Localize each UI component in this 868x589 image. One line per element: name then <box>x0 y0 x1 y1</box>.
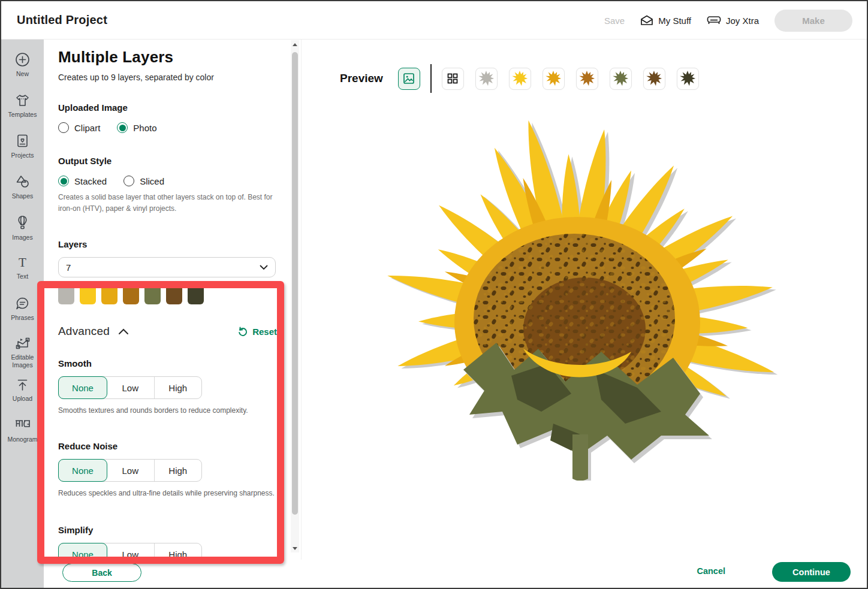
output-style-label: Output Style <box>58 156 277 166</box>
radio-stacked[interactable]: Stacked <box>58 176 107 186</box>
uploaded-image-label: Uploaded Image <box>58 102 277 113</box>
continue-button[interactable]: Continue <box>772 562 851 582</box>
top-bar: Untitled Project Save My Stuff Joy Xtra … <box>1 1 867 40</box>
sidebar-item-shapes[interactable]: Shapes <box>1 170 44 211</box>
monogram-icon <box>14 418 32 433</box>
layer-5-splat-icon <box>612 70 629 87</box>
chevron-up-icon[interactable] <box>118 328 129 335</box>
layers-label: Layers <box>58 239 277 249</box>
preview-image-sunflower <box>373 112 787 481</box>
sidebar-item-upload[interactable]: Upload <box>1 374 44 415</box>
tshirt-icon <box>14 92 31 108</box>
layer-thumbnail-6[interactable] <box>643 68 665 90</box>
layer-thumbnail-2[interactable] <box>509 68 531 90</box>
scrollbar-thumb[interactable] <box>292 52 298 515</box>
machine-label: Joy Xtra <box>726 16 759 26</box>
smooth-none-button[interactable]: None <box>58 376 107 399</box>
footer-bar: Back Cancel Continue <box>44 560 868 589</box>
layer-thumbnail-7[interactable] <box>677 68 699 90</box>
scrollbar-down-arrow[interactable] <box>291 544 299 552</box>
grid-icon <box>447 73 459 84</box>
layer-2-splat-icon <box>511 70 528 87</box>
sidebar-item-text[interactable]: T Text <box>1 252 44 292</box>
layer-thumbnail-4[interactable] <box>576 68 598 90</box>
upload-arrow-icon <box>15 377 30 392</box>
sidebar-item-monogram[interactable]: Monogram <box>1 415 44 455</box>
layer-swatch-7[interactable] <box>188 284 204 304</box>
sidebar-item-editable-images[interactable]: Editable Images <box>1 333 44 374</box>
options-panel: Multiple Layers Creates up to 9 layers, … <box>44 40 301 560</box>
layer-thumbnail-5[interactable] <box>610 68 632 90</box>
shapes-icon <box>14 174 31 190</box>
layer-swatch-1[interactable] <box>58 284 74 304</box>
chevron-down-icon <box>260 265 268 270</box>
scrollbar-up-arrow[interactable] <box>291 40 299 49</box>
reduce-noise-high-button[interactable]: High <box>155 460 201 481</box>
layer-3-splat-icon <box>545 70 562 87</box>
machine-icon <box>707 16 721 25</box>
project-card-icon <box>15 133 30 149</box>
layer-7-splat-icon <box>679 70 696 87</box>
reduce-noise-description: Reduces speckles and ultra-fine details … <box>58 489 277 497</box>
sidebar-item-new[interactable]: New <box>1 48 44 89</box>
image-icon <box>403 73 415 84</box>
layer-4-splat-icon <box>578 70 595 87</box>
layer-6-splat-icon <box>646 70 662 87</box>
preview-label: Preview <box>340 72 383 85</box>
inbox-icon <box>640 15 653 26</box>
my-stuff-label: My Stuff <box>658 16 691 26</box>
save-button[interactable]: Save <box>604 16 625 26</box>
reduce-noise-low-button[interactable]: Low <box>107 460 154 481</box>
phrases-bubble-icon <box>14 296 31 312</box>
layers-count-select[interactable]: 7 <box>58 257 276 277</box>
sidebar-item-images[interactable]: Images <box>1 211 44 252</box>
radio-photo-circle[interactable] <box>117 122 128 133</box>
smooth-high-button[interactable]: High <box>155 377 201 398</box>
preview-area: Preview <box>301 40 868 560</box>
preview-all-layers-button[interactable] <box>442 68 464 90</box>
sidebar-nav: New Templates Projects Shapes <box>1 40 44 589</box>
panel-scrollbar[interactable] <box>291 40 299 552</box>
sidebar-item-phrases[interactable]: Phrases <box>1 292 44 333</box>
app-window: Untitled Project Save My Stuff Joy Xtra … <box>0 0 868 589</box>
back-button[interactable]: Back <box>62 563 141 582</box>
radio-stacked-circle[interactable] <box>58 176 69 186</box>
layer-swatch-3[interactable] <box>101 284 117 304</box>
layers-count-value: 7 <box>66 262 71 273</box>
sidebar-item-templates[interactable]: Templates <box>1 89 44 129</box>
machine-selector-button[interactable]: Joy Xtra <box>707 16 759 26</box>
smooth-description: Smooths textures and rounds borders to r… <box>58 406 277 415</box>
layer-1-splat-icon <box>478 70 495 87</box>
reset-button[interactable]: Reset <box>237 326 277 337</box>
output-style-description: Creates a solid base layer that other la… <box>58 192 277 214</box>
layer-thumbnail-1[interactable] <box>475 68 498 90</box>
radio-clipart-circle[interactable] <box>58 122 69 133</box>
layer-swatch-6[interactable] <box>166 284 182 304</box>
advanced-section-label: Advanced <box>58 325 110 338</box>
radio-sliced-circle[interactable] <box>123 176 134 186</box>
cancel-button[interactable]: Cancel <box>697 566 725 576</box>
layer-thumbnail-3[interactable] <box>542 68 565 90</box>
radio-sliced[interactable]: Sliced <box>123 176 164 186</box>
project-title: Untitled Project <box>17 13 107 27</box>
smooth-label: Smooth <box>58 358 277 368</box>
panel-subtitle: Creates up to 9 layers, separated by col… <box>58 73 277 82</box>
svg-text:T: T <box>19 255 26 270</box>
make-button[interactable]: Make <box>774 10 852 32</box>
reduce-noise-none-button[interactable]: None <box>58 459 107 482</box>
layer-swatch-5[interactable] <box>144 284 161 304</box>
smooth-low-button[interactable]: Low <box>107 377 154 398</box>
uploaded-image-radio-group: Clipart Photo <box>58 122 277 133</box>
output-style-radio-group: Stacked Sliced <box>58 176 277 186</box>
layer-swatch-2[interactable] <box>80 284 96 304</box>
preview-toolbar-divider <box>430 64 432 93</box>
preview-full-image-button[interactable] <box>398 68 420 90</box>
radio-photo[interactable]: Photo <box>117 122 156 133</box>
sidebar-item-projects[interactable]: Projects <box>1 129 44 170</box>
my-stuff-button[interactable]: My Stuff <box>640 15 691 26</box>
reduce-noise-segmented-control: None Low High <box>58 459 202 482</box>
panel-title: Multiple Layers <box>58 48 277 67</box>
new-plus-icon <box>14 52 31 68</box>
layer-swatch-4[interactable] <box>123 284 139 304</box>
radio-clipart[interactable]: Clipart <box>58 122 100 133</box>
